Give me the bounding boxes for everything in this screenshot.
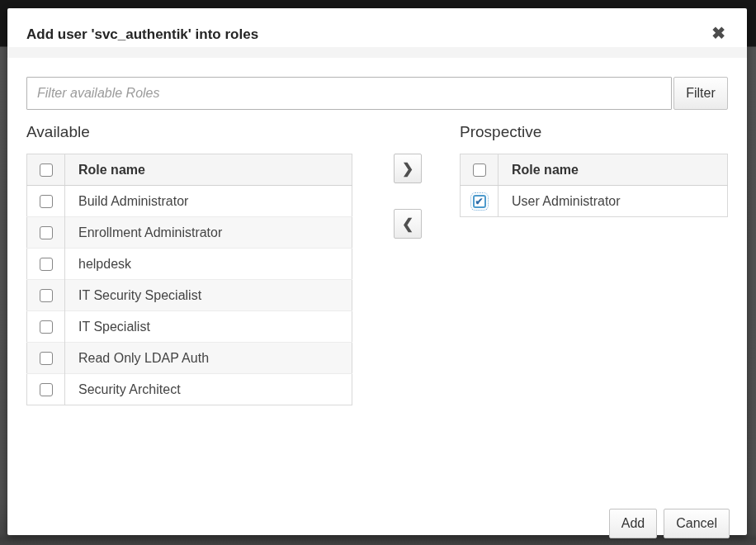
table-row: IT Specialist xyxy=(27,311,352,343)
table-row: IT Security Specialist xyxy=(27,280,352,311)
role-name: Read Only LDAP Auth xyxy=(65,343,352,374)
select-all-cell xyxy=(461,154,498,186)
checkbox-icon[interactable] xyxy=(40,383,53,396)
checkbox-cell xyxy=(27,217,65,249)
dialog-body: Filter Available Prospective Role name B… xyxy=(7,77,747,545)
role-name: Build Administrator xyxy=(65,186,352,217)
table-row: Security Architect xyxy=(27,374,352,405)
header-row: Role name xyxy=(27,154,352,186)
table-row: ✔User Administrator xyxy=(461,186,728,217)
checkbox-icon[interactable] xyxy=(40,258,53,271)
column-header-role-name: Role name xyxy=(65,154,352,186)
checkbox-checked-icon[interactable]: ✔ xyxy=(473,195,486,208)
checkbox-cell xyxy=(27,374,65,405)
dialog-title: Add user 'svc_authentik' into roles xyxy=(26,25,728,45)
role-name: User Administrator xyxy=(498,186,728,217)
role-name: IT Specialist xyxy=(65,311,352,343)
checkbox-icon[interactable] xyxy=(40,289,53,302)
dual-list-columns: Role name Build AdministratorEnrollment … xyxy=(26,154,728,405)
checkbox-icon[interactable] xyxy=(40,352,53,365)
filter-row: Filter xyxy=(26,77,728,110)
column-header-role-name: Role name xyxy=(498,154,728,186)
prospective-table-header: Role name xyxy=(461,154,728,186)
cancel-button[interactable]: Cancel xyxy=(664,509,730,538)
available-roles-table: Role name Build AdministratorEnrollment … xyxy=(26,154,352,405)
role-name: IT Security Specialist xyxy=(65,280,352,311)
select-all-cell xyxy=(27,154,65,186)
select-all-checkbox-icon[interactable] xyxy=(473,164,486,177)
add-roles-dialog: Add user 'svc_authentik' into roles ✖ Fi… xyxy=(7,8,747,535)
prospective-roles-table: Role name ✔User Administrator xyxy=(460,154,728,217)
checkbox-cell xyxy=(27,186,65,217)
move-buttons: ❯ ❮ xyxy=(394,154,422,239)
close-icon[interactable]: ✖ xyxy=(711,25,725,41)
available-table-header: Role name xyxy=(27,154,352,186)
chevron-right-icon: ❯ xyxy=(402,161,413,177)
table-row: Enrollment Administrator xyxy=(27,217,352,249)
header-row: Role name xyxy=(461,154,728,186)
role-name: helpdesk xyxy=(65,249,352,280)
available-heading: Available xyxy=(26,121,460,143)
dialog-header: Add user 'svc_authentik' into roles ✖ xyxy=(7,8,747,47)
add-button[interactable]: Add xyxy=(609,509,657,538)
table-row: Build Administrator xyxy=(27,186,352,217)
checkbox-icon[interactable] xyxy=(40,320,53,334)
role-name: Enrollment Administrator xyxy=(65,217,352,249)
role-name: Security Architect xyxy=(65,374,352,405)
checkbox-cell xyxy=(27,311,65,343)
move-to-available-button[interactable]: ❮ xyxy=(394,209,422,239)
checkbox-cell: ✔ xyxy=(461,186,498,217)
filter-input[interactable] xyxy=(26,77,672,110)
checkbox-cell xyxy=(27,280,65,311)
checkbox-icon[interactable] xyxy=(40,195,53,208)
dialog-footer: Add Cancel xyxy=(609,509,730,538)
select-all-checkbox-icon[interactable] xyxy=(40,164,53,177)
filter-button[interactable]: Filter xyxy=(673,77,728,110)
checkbox-cell xyxy=(27,343,65,374)
prospective-heading: Prospective xyxy=(460,121,541,143)
table-row: Read Only LDAP Auth xyxy=(27,343,352,374)
table-row: helpdesk xyxy=(27,249,352,280)
available-heading-cell: Available xyxy=(26,121,460,143)
move-to-prospective-button[interactable]: ❯ xyxy=(394,154,422,183)
header-divider-band xyxy=(7,47,747,58)
checkbox-cell xyxy=(27,249,65,280)
column-headings: Available Prospective xyxy=(26,121,728,143)
chevron-left-icon: ❮ xyxy=(402,216,413,232)
checkbox-icon[interactable] xyxy=(40,226,53,239)
